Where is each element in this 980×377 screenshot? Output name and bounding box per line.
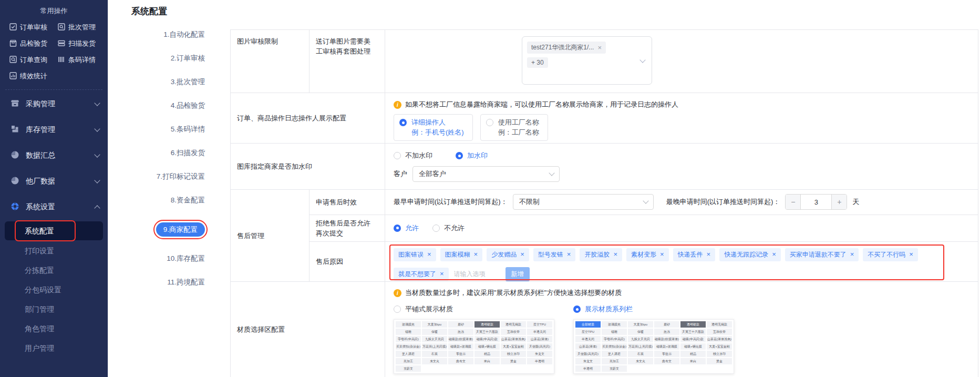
- sidebar-item-system-config[interactable]: 系统配置: [5, 221, 103, 240]
- sidebar-item-other-factory[interactable]: 他厂数据: [0, 168, 108, 194]
- material-cell[interactable]: 互珠纹带: [707, 329, 732, 335]
- section-nav-item[interactable]: 7.打印标记设置: [157, 171, 205, 182]
- shortcut-order-audit[interactable]: 订单审核: [9, 23, 58, 32]
- material-cell[interactable]: 半透明: [527, 358, 552, 364]
- radio-disallow[interactable]: 不允许: [432, 223, 465, 233]
- sidebar-item-inventory[interactable]: 库存管理: [0, 117, 108, 142]
- reason-tag[interactable]: 少发赠品×: [487, 248, 529, 261]
- material-cell[interactable]: 全部材质: [575, 321, 601, 328]
- material-cell[interactable]: 半透明: [575, 365, 601, 372]
- material-cell[interactable]: 字母环(中高闪): [602, 336, 627, 342]
- material-cell[interactable]: 天翼三十六股款: [680, 329, 706, 335]
- shortcut-batch-manage[interactable]: 批次管理: [58, 23, 106, 32]
- shortcut-performance[interactable]: 绩效统计: [9, 72, 58, 81]
- section-nav-item[interactable]: 10.库存配置: [167, 253, 205, 264]
- material-cell[interactable]: 山茶花(液体浅色): [501, 336, 526, 342]
- material-cell[interactable]: 大麦加tpu: [422, 321, 447, 328]
- section-nav-item[interactable]: 6.扫描发货: [171, 148, 205, 158]
- plus-button[interactable]: +: [832, 195, 847, 209]
- material-cell[interactable]: 万花筒(上亮闪膜): [422, 343, 447, 350]
- material-cell[interactable]: 磁吸+钢化膜: [680, 343, 706, 350]
- material-cell[interactable]: 天使眼(高亮闪): [527, 343, 552, 350]
- material-cell[interactable]: 透明硬款: [680, 321, 706, 328]
- material-cell[interactable]: 芝人调君: [602, 351, 627, 357]
- section-nav-item[interactable]: 1.自动化配置: [163, 29, 205, 40]
- section-nav-item[interactable]: 3.批次管理: [171, 77, 205, 87]
- material-cell[interactable]: 磨砂: [448, 321, 473, 328]
- sidebar-item-sorting-config[interactable]: 分拣配置: [0, 261, 108, 280]
- remove-tag-icon[interactable]: ×: [707, 252, 711, 257]
- shortcut-scan-ship[interactable]: 扫描发货: [58, 39, 106, 48]
- reason-tag[interactable]: 快递无跟踪记录×: [719, 248, 781, 261]
- shortcut-quality-check[interactable]: 品检验货: [9, 39, 58, 48]
- material-cell[interactable]: 来文火: [422, 358, 447, 364]
- material-cell[interactable]: 磁吸款(纹膜液体): [448, 336, 473, 342]
- material-cell[interactable]: 朱龙文: [575, 358, 601, 364]
- material-cell[interactable]: 透明无绳款: [707, 321, 732, 328]
- remove-tag-icon[interactable]: ×: [567, 252, 571, 257]
- remove-tag-icon[interactable]: ×: [520, 252, 524, 257]
- section-nav-item[interactable]: 8.资金配置: [171, 195, 205, 206]
- sidebar-item-role[interactable]: 角色管理: [0, 319, 108, 339]
- material-cell[interactable]: 保暖: [628, 329, 653, 335]
- material-cell[interactable]: 石英: [422, 351, 447, 357]
- material-cell[interactable]: 透明无绳款: [501, 321, 526, 328]
- section-nav-item-active[interactable]: 9.商家配置: [156, 222, 205, 237]
- add-reason-button[interactable]: 新增: [506, 267, 530, 281]
- reason-tag[interactable]: 开胶溢胶×: [580, 248, 622, 261]
- material-cell[interactable]: 字母环(中高闪): [396, 336, 421, 342]
- material-cell[interactable]: 京蔚文: [602, 365, 627, 372]
- material-cell[interactable]: 星空TPU: [575, 329, 601, 335]
- section-nav-item[interactable]: 4.品检验货: [171, 100, 205, 111]
- reason-tag[interactable]: 不买了不行吗×: [863, 248, 918, 261]
- section-nav-item[interactable]: 2.订单审核: [171, 53, 205, 64]
- remove-tag-icon[interactable]: ×: [613, 252, 617, 257]
- sidebar-item-system-settings[interactable]: 系统设置: [0, 194, 108, 220]
- sidebar-item-data-summary[interactable]: 数据汇总: [0, 142, 108, 168]
- material-cell[interactable]: 半透关闭: [527, 329, 552, 335]
- reason-tag[interactable]: 型号发错×: [533, 248, 576, 261]
- material-cell[interactable]: 米白: [680, 358, 706, 364]
- material-cell[interactable]: 磨砂: [654, 321, 679, 328]
- material-cell[interactable]: 磁吸(中高闪)款: [680, 336, 706, 342]
- remove-tag-icon[interactable]: ×: [772, 252, 776, 257]
- earliest-time-select[interactable]: 不限制: [513, 194, 654, 210]
- material-cell[interactable]: 镭雕: [602, 329, 627, 335]
- radio-flat-display[interactable]: 平铺式展示材质: [394, 304, 453, 314]
- reason-tag[interactable]: 就是不想要了×: [394, 268, 449, 281]
- material-cell[interactable]: 精品: [474, 351, 500, 357]
- material-cell[interactable]: 大麦加tpu: [628, 321, 653, 328]
- material-cell[interactable]: 芝人调君: [396, 351, 421, 357]
- radio-no-watermark[interactable]: 不加水印: [394, 151, 432, 160]
- reason-tag[interactable]: 素材变形×: [626, 248, 669, 261]
- material-cell[interactable]: 磁吸(中高闪)款: [474, 336, 500, 342]
- radio-allow[interactable]: 允许: [394, 223, 419, 233]
- material-cell[interactable]: 玻璃膜光: [602, 321, 627, 328]
- reason-tag[interactable]: 买家申请退款不要了×: [785, 248, 859, 261]
- material-cell[interactable]: 石英: [628, 351, 653, 357]
- material-cell[interactable]: 磁吸款(纹膜液体): [654, 336, 679, 342]
- material-cell[interactable]: 烫金: [501, 358, 526, 364]
- remove-tag-icon[interactable]: ×: [427, 252, 431, 257]
- material-cell[interactable]: 星空TPU: [527, 321, 552, 328]
- material-cell[interactable]: 来文火: [628, 358, 653, 364]
- material-cell[interactable]: 玻璃膜光: [396, 321, 421, 328]
- remove-tag-icon[interactable]: ×: [597, 44, 602, 52]
- material-cell[interactable]: 亮加工: [396, 358, 421, 364]
- material-cell[interactable]: 九娘太天亮闪: [422, 336, 447, 342]
- material-cell[interactable]: 精品: [680, 351, 706, 357]
- material-cell[interactable]: 山茶花(液体): [575, 343, 601, 350]
- material-cell[interactable]: 半透关闭: [575, 336, 601, 342]
- remove-tag-icon[interactable]: ×: [440, 271, 444, 277]
- material-cell[interactable]: 磁吸款+玻璃膜: [654, 343, 679, 350]
- material-cell[interactable]: 天翼三十六股款: [474, 329, 500, 335]
- section-nav-item[interactable]: 5.条码详情: [171, 124, 205, 135]
- material-cell[interactable]: 曲奇文: [448, 358, 473, 364]
- material-cell[interactable]: 京蔚文: [396, 365, 421, 372]
- sidebar-item-purchase[interactable]: 采购管理: [0, 91, 108, 117]
- material-cell[interactable]: 米白: [474, 358, 500, 364]
- remove-tag-icon[interactable]: ×: [850, 252, 854, 257]
- reason-tag[interactable]: 快递丢件×: [673, 248, 716, 261]
- material-cell[interactable]: 磁吸款+玻璃膜: [448, 343, 473, 350]
- option-factory-name[interactable]: 使用工厂名称 例：工厂名称: [480, 114, 548, 141]
